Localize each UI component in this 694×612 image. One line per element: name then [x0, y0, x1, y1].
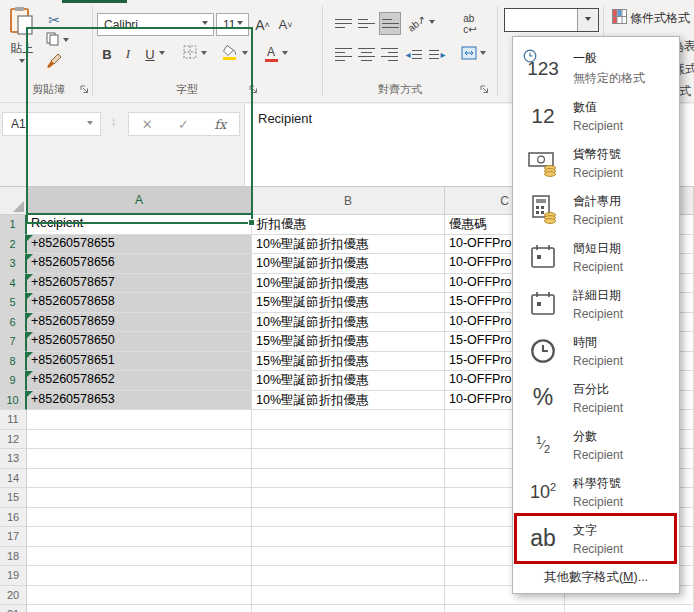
cell-A3[interactable]: +85260578656 — [27, 254, 252, 274]
row-header-6[interactable]: 6 — [0, 313, 27, 333]
row-header-9[interactable]: 9 — [0, 371, 27, 391]
row-header-1[interactable]: 1 — [0, 215, 27, 235]
cell-B15[interactable] — [252, 488, 445, 508]
cell-A12[interactable] — [27, 430, 252, 450]
font-color-button[interactable]: A — [258, 44, 294, 64]
cell-A10[interactable]: +85260578653 — [27, 391, 252, 411]
confirm-entry-icon[interactable]: ✓ — [178, 117, 189, 132]
italic-button[interactable]: I — [120, 44, 136, 64]
align-right-button[interactable] — [379, 44, 400, 65]
row-header-15[interactable]: 15 — [0, 488, 27, 508]
cell-A14[interactable] — [27, 469, 252, 489]
insert-function-icon[interactable]: fx — [214, 117, 226, 132]
merge-center-button[interactable] — [456, 44, 490, 65]
cell-B16[interactable] — [252, 508, 445, 528]
menu-item-long-date[interactable]: 詳細日期Recipient — [513, 280, 679, 327]
cell-A17[interactable] — [27, 527, 252, 547]
increase-indent-button[interactable]: ▸ — [427, 44, 448, 65]
paste-button[interactable]: 貼上 — [4, 6, 40, 70]
align-middle-button[interactable] — [356, 13, 377, 34]
cell-B6[interactable]: 10%聖誕節折扣優惠 — [252, 313, 445, 333]
cell-A19[interactable] — [27, 566, 252, 586]
clipboard-dialog-launcher[interactable] — [79, 84, 89, 94]
cell-A16[interactable] — [27, 508, 252, 528]
row-header-17[interactable]: 17 — [0, 527, 27, 547]
cell-B14[interactable] — [252, 469, 445, 489]
increase-font-size-button[interactable]: A˄ — [252, 13, 273, 36]
cell-A18[interactable] — [27, 547, 252, 567]
cell-B3[interactable]: 10%聖誕節折扣優惠 — [252, 254, 445, 274]
row-header-18[interactable]: 18 — [0, 547, 27, 567]
cancel-entry-icon[interactable]: ✕ — [142, 117, 153, 132]
cell-D21[interactable] — [565, 605, 694, 612]
menu-item-percent[interactable]: %百分比Recipient — [513, 374, 679, 421]
cell-B5[interactable]: 15%聖誕節折扣優惠 — [252, 293, 445, 313]
underline-button[interactable]: U — [140, 44, 170, 64]
cell-A11[interactable] — [27, 410, 252, 430]
cell-A20[interactable] — [27, 586, 252, 606]
number-format-dropdown-arrow[interactable] — [577, 9, 598, 31]
alignment-dialog-launcher[interactable] — [479, 84, 489, 94]
menu-item-currency[interactable]: 貨幣符號Recipient — [513, 139, 679, 186]
column-header-B[interactable]: B — [252, 187, 445, 215]
align-top-button[interactable] — [333, 13, 354, 34]
cell-A6[interactable]: +85260578659 — [27, 313, 252, 333]
orientation-button[interactable]: ab↗ — [405, 13, 437, 34]
decrease-indent-button[interactable]: ◂ — [403, 44, 424, 65]
align-center-button[interactable] — [356, 44, 377, 65]
row-header-20[interactable]: 20 — [0, 586, 27, 606]
formula-bar-grip[interactable]: ⁞ — [112, 116, 115, 128]
cell-A7[interactable]: +85260578650 — [27, 332, 252, 352]
cell-A21[interactable] — [27, 605, 252, 612]
cell-B18[interactable] — [252, 547, 445, 567]
conditional-formatting-button[interactable]: 條件式格式 — [612, 9, 690, 27]
cell-B11[interactable] — [252, 410, 445, 430]
decrease-font-size-button[interactable]: A˅ — [275, 13, 296, 36]
more-number-formats-item[interactable]: 其他數字格式(M)... — [513, 569, 679, 586]
cell-B21[interactable] — [252, 605, 445, 612]
cell-B2[interactable]: 10%聖誕節折扣優惠 — [252, 235, 445, 255]
row-header-12[interactable]: 12 — [0, 430, 27, 450]
cell-A13[interactable] — [27, 449, 252, 469]
menu-item-number[interactable]: 12數值Recipient — [513, 92, 679, 139]
cell-B7[interactable]: 15%聖誕節折扣優惠 — [252, 332, 445, 352]
fill-handle[interactable] — [248, 219, 255, 226]
font-size-combobox[interactable]: 11 — [216, 13, 249, 36]
row-header-14[interactable]: 14 — [0, 469, 27, 489]
row-header-16[interactable]: 16 — [0, 508, 27, 528]
cell-A8[interactable]: +85260578651 — [27, 352, 252, 372]
cell-A5[interactable]: +85260578658 — [27, 293, 252, 313]
row-header-7[interactable]: 7 — [0, 332, 27, 352]
menu-item-time[interactable]: 時間Recipient — [513, 327, 679, 374]
align-bottom-button[interactable] — [379, 12, 401, 35]
cell-B8[interactable]: 15%聖誕節折扣優惠 — [252, 352, 445, 372]
cell-B4[interactable]: 10%聖誕節折扣優惠 — [252, 274, 445, 294]
menu-item-scientific[interactable]: 102科學符號Recipient — [513, 468, 679, 515]
cell-B12[interactable] — [252, 430, 445, 450]
menu-item-general[interactable]: 123一般無特定的格式 — [513, 45, 679, 92]
cell-A4[interactable]: +85260578657 — [27, 274, 252, 294]
cell-B9[interactable]: 10%聖誕節折扣優惠 — [252, 371, 445, 391]
column-header-A[interactable]: A — [27, 187, 252, 215]
row-header-11[interactable]: 11 — [0, 410, 27, 430]
row-header-21[interactable]: 21 — [0, 605, 27, 612]
row-header-19[interactable]: 19 — [0, 566, 27, 586]
cell-A9[interactable]: +85260578652 — [27, 371, 252, 391]
cell-B13[interactable] — [252, 449, 445, 469]
row-header-3[interactable]: 3 — [0, 254, 27, 274]
bold-button[interactable]: B — [98, 44, 116, 64]
cell-B20[interactable] — [252, 586, 445, 606]
menu-item-short-date[interactable]: 簡短日期Recipient — [513, 233, 679, 280]
cell-B10[interactable]: 10%聖誕節折扣優惠 — [252, 391, 445, 411]
fill-color-button[interactable] — [218, 44, 252, 64]
font-dialog-launcher[interactable] — [248, 84, 258, 94]
row-header-10[interactable]: 10 — [0, 391, 27, 411]
borders-button[interactable] — [178, 44, 211, 64]
cut-button[interactable]: ✂ — [44, 11, 64, 29]
menu-item-text[interactable]: ab文字Recipient — [513, 515, 679, 562]
cell-A15[interactable] — [27, 488, 252, 508]
row-header-4[interactable]: 4 — [0, 274, 27, 294]
menu-item-fraction[interactable]: 1⁄2分數Recipient — [513, 421, 679, 468]
cell-B17[interactable] — [252, 527, 445, 547]
row-header-5[interactable]: 5 — [0, 293, 27, 313]
